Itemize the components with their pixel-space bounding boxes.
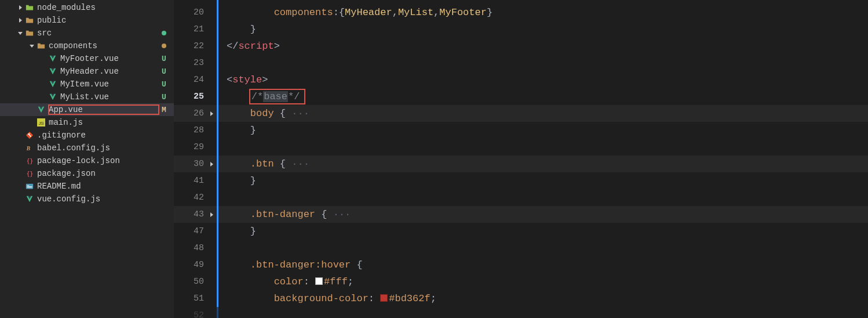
line-number: 28 xyxy=(174,125,207,135)
tree-item-label: MyHeader.vue xyxy=(60,67,159,76)
tree-item[interactable]: MyList.vueU xyxy=(0,91,174,103)
code-line[interactable]: 22</script> xyxy=(174,38,868,55)
tree-item[interactable]: MyHeader.vueU xyxy=(0,65,174,78)
folder-green-icon xyxy=(24,3,35,12)
editor-pane: 19 name: 'App',20 components:{MyHeader,M… xyxy=(174,0,868,318)
code-line[interactable]: 21 } xyxy=(174,21,868,38)
code-area[interactable]: 19 name: 'App',20 components:{MyHeader,M… xyxy=(174,0,868,318)
line-number: 50 xyxy=(174,277,207,287)
code-content[interactable]: } xyxy=(218,24,256,35)
code-token: > xyxy=(262,74,268,85)
line-number: 47 xyxy=(174,226,207,236)
code-line[interactable]: 43 .btn-danger { ··· xyxy=(174,206,868,223)
vue-icon xyxy=(24,195,35,203)
code-line[interactable]: 50 color: #fff; xyxy=(174,273,868,290)
code-content[interactable]: } xyxy=(218,125,256,136)
line-number: 52 xyxy=(174,310,207,318)
line-number: 43 xyxy=(174,209,207,219)
tree-item[interactable]: Bbabel.config.js xyxy=(0,142,174,154)
code-line[interactable]: 41 } xyxy=(174,172,868,189)
color-swatch-icon xyxy=(315,277,323,285)
tree-item-label: MyFooter.vue xyxy=(60,54,159,63)
json-icon: {} xyxy=(24,169,35,178)
code-line[interactable]: 48 xyxy=(174,240,868,256)
code-token: : xyxy=(304,276,315,287)
code-content[interactable]: components:{MyHeader,MyList,MyFooter} xyxy=(218,7,493,18)
code-content[interactable]: } xyxy=(218,175,256,186)
code-token: : xyxy=(297,0,309,1)
line-number: 30 xyxy=(174,159,207,169)
code-content[interactable]: </script> xyxy=(218,41,280,52)
code-line[interactable]: 42 xyxy=(174,189,868,206)
code-line[interactable]: 19 name: 'App', xyxy=(174,0,868,4)
tree-item[interactable]: README.md xyxy=(0,180,174,193)
code-content[interactable]: .btn { ··· xyxy=(218,158,309,169)
code-line[interactable]: 20 components:{MyHeader,MyList,MyFooter} xyxy=(174,4,868,21)
fold-chevron-icon[interactable] xyxy=(207,111,216,117)
tree-item[interactable]: .gitignore xyxy=(0,129,174,142)
tree-item[interactable]: JSmain.js xyxy=(0,116,174,129)
tree-item-label: MyList.vue xyxy=(60,92,159,102)
code-line[interactable]: 28 } xyxy=(174,122,868,139)
chevron-down-icon[interactable] xyxy=(16,30,24,36)
vcs-status-badge: U xyxy=(159,80,169,89)
tree-item[interactable]: components xyxy=(0,39,174,52)
code-content[interactable]: color: #fff; xyxy=(218,276,353,287)
code-content[interactable]: <style> xyxy=(218,74,268,85)
code-content[interactable]: .btn-danger:hover { xyxy=(218,259,363,270)
code-token: MyList xyxy=(398,7,433,18)
code-line[interactable]: 23 xyxy=(174,55,868,71)
file-explorer[interactable]: node_modulespublicsrccomponentsMyFooter.… xyxy=(0,0,174,318)
tree-item[interactable]: {}package.json xyxy=(0,167,174,180)
tree-item-label: package.json xyxy=(37,169,159,178)
code-token: #fff xyxy=(324,276,348,287)
vcs-status-badge: U xyxy=(159,93,169,102)
code-token: ; xyxy=(431,293,436,304)
code-line[interactable]: 49 .btn-danger:hover { xyxy=(174,256,868,273)
code-line[interactable]: 25 /*base*/ xyxy=(174,88,868,105)
code-line[interactable]: 30 .btn { ··· xyxy=(174,156,868,172)
vue-icon xyxy=(48,93,58,101)
code-content[interactable]: .btn-danger { ··· xyxy=(218,209,351,220)
tree-item-label: public xyxy=(37,16,159,25)
code-line[interactable]: 52 xyxy=(174,307,868,318)
line-number: 20 xyxy=(174,8,207,17)
tree-item[interactable]: vue.config.js xyxy=(0,193,174,205)
tree-item[interactable]: node_modules xyxy=(0,1,174,14)
chevron-right-icon[interactable] xyxy=(16,17,24,23)
svg-text:{}: {} xyxy=(27,158,34,164)
comment-word: base xyxy=(263,91,288,102)
code-token: body xyxy=(250,108,274,119)
code-content[interactable]: name: 'App', xyxy=(218,0,345,1)
fold-chevron-icon[interactable] xyxy=(207,212,216,218)
chevron-right-icon[interactable] xyxy=(16,5,24,10)
code-line[interactable]: 26 body { ··· xyxy=(174,105,868,122)
tree-item[interactable]: MyFooter.vueU xyxy=(0,52,174,65)
code-line[interactable]: 24<style> xyxy=(174,71,868,88)
fold-chevron-icon[interactable] xyxy=(207,161,216,167)
code-line[interactable]: 51 background-color: #bd362f; xyxy=(174,290,868,307)
vcs-status-badge: U xyxy=(159,55,169,63)
code-content[interactable]: /*base*/ xyxy=(218,90,304,103)
code-content[interactable]: body { ··· xyxy=(218,108,309,119)
code-content[interactable]: } xyxy=(218,226,256,237)
gutter-change-bar xyxy=(217,139,218,156)
code-line[interactable]: 29 xyxy=(174,139,868,156)
svg-rect-8 xyxy=(27,185,30,186)
code-content[interactable]: background-color: #bd362f; xyxy=(218,293,436,304)
code-token: .btn xyxy=(250,158,274,169)
code-token: } xyxy=(250,24,256,35)
folder-icon xyxy=(24,16,35,24)
tree-item[interactable]: {}package-lock.json xyxy=(0,154,174,167)
code-token: 'App', xyxy=(309,0,345,1)
vue-icon xyxy=(48,80,58,88)
tree-item-label: MyItem.vue xyxy=(60,80,159,89)
tree-item[interactable]: public xyxy=(0,14,174,27)
tree-item[interactable]: App.vueM xyxy=(0,103,174,116)
code-token: :{ xyxy=(333,7,345,18)
tree-item[interactable]: src xyxy=(0,27,174,39)
chevron-down-icon[interactable] xyxy=(28,43,36,49)
code-line[interactable]: 47 } xyxy=(174,223,868,240)
svg-text:JS: JS xyxy=(39,121,44,126)
tree-item[interactable]: MyItem.vueU xyxy=(0,78,174,91)
